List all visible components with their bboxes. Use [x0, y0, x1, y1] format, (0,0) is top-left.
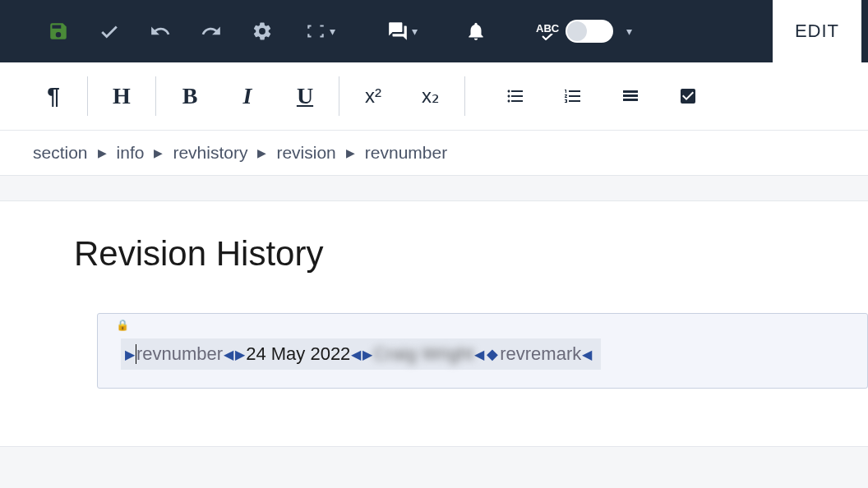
- redo-icon: [201, 21, 222, 42]
- bullet-list-icon: [506, 86, 525, 106]
- chevron-down-icon: ▾: [412, 25, 418, 38]
- divider: [155, 76, 156, 116]
- diamond-marker: ◆: [487, 345, 498, 363]
- check-icon: [99, 21, 120, 42]
- content-panel: Revision History 🔒 ▶revnumber◀ ▶24 May 2…: [0, 200, 868, 447]
- numbered-list-button[interactable]: [544, 62, 602, 130]
- chevron-right-icon: ▶: [257, 146, 266, 159]
- chevron-down-icon: ▾: [330, 25, 335, 38]
- main-toolbar: ▾ ▾ ABC ▾ EDIT: [0, 0, 868, 62]
- date-value[interactable]: 24 May 2022: [246, 343, 350, 365]
- undo-icon: [150, 21, 171, 42]
- numbered-list-icon: [563, 86, 583, 106]
- revremark-tag[interactable]: revremark: [500, 343, 581, 365]
- save-button[interactable]: [33, 0, 84, 62]
- tag-close-marker: ◀: [474, 347, 484, 362]
- bullet-list-button[interactable]: [487, 62, 544, 130]
- comments-icon: [387, 21, 409, 42]
- breadcrumb: section ▶ info ▶ revhistory ▶ revision ▶…: [0, 130, 868, 176]
- save-icon: [48, 21, 69, 42]
- focus-icon: [305, 21, 326, 42]
- redo-button[interactable]: [186, 0, 237, 62]
- author-value-blurred: Craig Wright: [373, 343, 473, 365]
- breadcrumb-item[interactable]: revision: [276, 143, 335, 163]
- breadcrumb-item[interactable]: revnumber: [365, 143, 447, 163]
- gear-icon: [252, 21, 273, 42]
- undo-button[interactable]: [135, 0, 186, 62]
- focus-mode-button[interactable]: ▾: [288, 0, 352, 62]
- breadcrumb-item[interactable]: revhistory: [173, 143, 247, 163]
- paragraph-button[interactable]: ¶: [25, 62, 82, 130]
- format-toolbar: ¶ H B I U x² x₂: [0, 62, 868, 130]
- checklist-icon: [678, 86, 698, 106]
- breadcrumb-item[interactable]: section: [33, 143, 88, 163]
- subscript-button[interactable]: x₂: [402, 62, 459, 130]
- tag-close-marker: ◀: [224, 347, 233, 362]
- content-area: Revision History 🔒 ▶revnumber◀ ▶24 May 2…: [0, 176, 868, 447]
- superscript-button[interactable]: x²: [344, 62, 402, 130]
- page-title: Revision History: [74, 234, 868, 274]
- divider: [87, 76, 88, 116]
- edit-handle: [861, 0, 868, 62]
- tag-open-marker: ▶: [235, 347, 245, 362]
- spellcheck-label: ABC: [536, 23, 559, 40]
- heading-button[interactable]: H: [93, 62, 150, 130]
- revision-fields[interactable]: ▶revnumber◀ ▶24 May 2022◀ ▶Craig Wright◀…: [121, 338, 601, 370]
- tag-open-marker: ▶: [125, 347, 135, 362]
- definition-list-button[interactable]: [602, 62, 659, 130]
- divider: [464, 76, 465, 116]
- bell-icon: [465, 21, 487, 42]
- breadcrumb-item[interactable]: info: [117, 143, 145, 163]
- chevron-right-icon: ▶: [98, 146, 107, 159]
- italic-button[interactable]: I: [219, 62, 276, 130]
- spellcheck-toggle[interactable]: [566, 20, 613, 43]
- definition-list-icon: [621, 86, 640, 106]
- tag-close-marker: ◀: [351, 347, 361, 362]
- chevron-right-icon: ▶: [346, 146, 355, 159]
- checklist-button[interactable]: [659, 62, 717, 130]
- underline-button[interactable]: U: [276, 62, 334, 130]
- comments-button[interactable]: ▾: [368, 0, 436, 62]
- lock-icon: 🔒: [116, 319, 129, 331]
- tag-open-marker: ▶: [362, 347, 372, 362]
- chevron-right-icon: ▶: [154, 146, 163, 159]
- revnumber-tag[interactable]: revnumber: [136, 343, 223, 365]
- notifications-button[interactable]: [450, 0, 501, 62]
- chevron-down-icon: ▾: [626, 25, 632, 38]
- tag-close-marker: ◀: [582, 347, 592, 362]
- divider: [339, 76, 339, 116]
- settings-button[interactable]: [237, 0, 288, 62]
- spellcheck-group: ABC ▾: [536, 20, 632, 43]
- validate-button[interactable]: [84, 0, 135, 62]
- revision-container[interactable]: 🔒 ▶revnumber◀ ▶24 May 2022◀ ▶Craig Wrigh…: [97, 313, 868, 389]
- edit-tab[interactable]: EDIT: [773, 0, 861, 62]
- bold-button[interactable]: B: [161, 62, 219, 130]
